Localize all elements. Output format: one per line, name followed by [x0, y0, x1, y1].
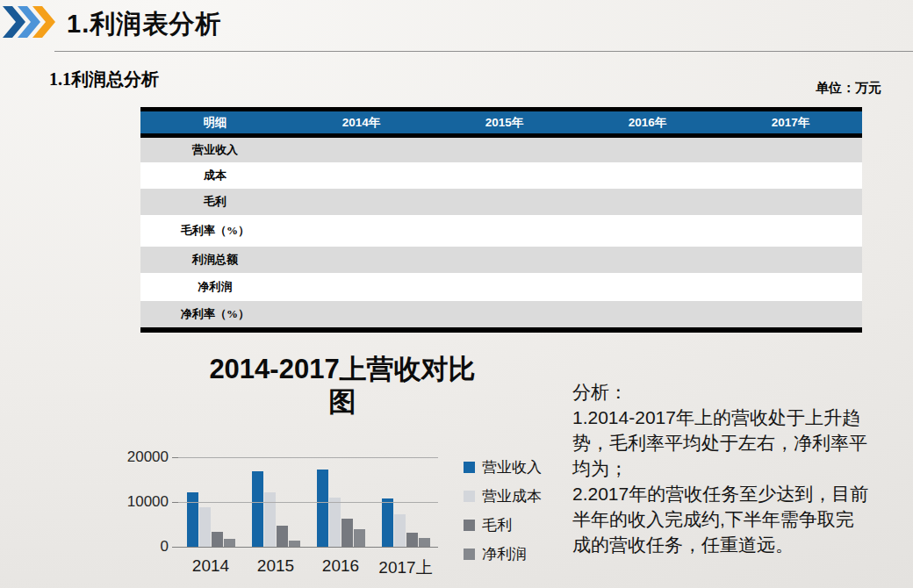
- table-row: 营业收入: [140, 138, 862, 162]
- analysis-text: 分析：1.2014-2017年上的营收处于上升趋势，毛利率平均处于左右，净利率平…: [572, 379, 871, 557]
- table-row-label: 净利润: [140, 279, 290, 295]
- x-tick-label: 2014: [178, 556, 243, 579]
- triple-chevron-icon: [3, 6, 57, 38]
- analysis-paragraph: 1.2014-2017年上的营收处于上升趋势，毛利率平均处于左右，净利率平均为；: [572, 405, 871, 481]
- table-header-cell: 2016年: [576, 115, 719, 131]
- table-header-cell: 明细: [140, 115, 290, 131]
- legend-swatch: [464, 491, 475, 502]
- gridline: [178, 457, 438, 458]
- chart-plot: [178, 457, 438, 547]
- y-tick-label: 20000: [127, 449, 169, 465]
- table-row: 毛利: [140, 189, 862, 215]
- analysis-paragraph: 分析：: [572, 379, 871, 405]
- bar-营业成本-2016: [329, 498, 341, 547]
- y-tick-label: 10000: [127, 494, 169, 510]
- chart-legend: 营业收入营业成本毛利净利润: [464, 459, 542, 575]
- bar-净利润-2015: [289, 541, 300, 547]
- bar-毛利-2015: [277, 526, 288, 547]
- table-header-cell: 2015年: [433, 115, 576, 131]
- analysis-paragraph: 2.2017年的营收任务至少达到，目前半年的收入完成约,下半年需争取完成的营收任…: [572, 481, 871, 557]
- bar-净利润-2017上: [419, 538, 430, 547]
- legend-item: 营业成本: [464, 488, 542, 504]
- table-header-row: 明细2014年2015年2016年2017年: [140, 111, 862, 133]
- section-subtitle: 1.1利润总分析: [49, 68, 159, 91]
- legend-swatch: [464, 520, 475, 531]
- table-row-label: 毛利率（%）: [140, 223, 290, 239]
- bar-营业收入-2014: [187, 492, 198, 547]
- bar-毛利-2016: [341, 519, 353, 547]
- x-tick-label: 2016: [308, 556, 373, 579]
- slide-title: 1.利润表分析: [67, 7, 221, 42]
- table-row: 成本: [140, 162, 862, 189]
- legend-item: 净利润: [464, 546, 542, 562]
- bar-净利润-2014: [224, 539, 235, 547]
- legend-label: 净利润: [482, 544, 527, 564]
- y-tick-label: 0: [161, 539, 169, 555]
- unit-label: 单位：万元: [816, 80, 881, 97]
- y-tick-mark: [172, 457, 178, 458]
- bar-营业收入-2015: [252, 471, 263, 547]
- table-row-label: 净利率（%）: [140, 306, 290, 322]
- table-header-cell: 2014年: [290, 115, 433, 131]
- table-row: 净利率（%）: [140, 301, 862, 327]
- table-row-label: 营业收入: [140, 142, 290, 158]
- legend-label: 营业成本: [482, 486, 542, 506]
- slide-background: 1.利润表分析 1.1利润总分析 单位：万元 明细2014年2015年2016年…: [0, 0, 913, 588]
- legend-item: 营业收入: [464, 459, 542, 475]
- legend-label: 营业收入: [482, 457, 542, 477]
- bar-营业收入-2016: [317, 470, 328, 547]
- gridline: [178, 502, 438, 503]
- x-tick-label: 2015: [243, 556, 308, 579]
- bar-毛利-2017上: [406, 533, 418, 547]
- chart-title: 2014-2017上营收对比 图: [171, 353, 514, 418]
- legend-swatch: [464, 549, 475, 560]
- bar-营业成本-2017上: [394, 514, 406, 547]
- table-header-cell: 2017年: [719, 115, 862, 131]
- bar-营业成本-2015: [264, 492, 276, 547]
- table-row-label: 毛利: [140, 194, 290, 210]
- table-row: 毛利率（%）: [140, 215, 862, 247]
- bar-营业成本-2014: [199, 507, 211, 547]
- legend-label: 毛利: [482, 515, 512, 535]
- table-row: 净利润: [140, 273, 862, 301]
- table-row: 利润总额: [140, 247, 862, 273]
- x-tick-label: 2017上: [373, 556, 438, 579]
- table-row-label: 成本: [140, 168, 290, 183]
- table-bottom-border: [140, 327, 862, 333]
- chart-x-axis: 2014201520162017上: [178, 556, 450, 579]
- chart-y-axis: 01000020000: [123, 457, 174, 547]
- table-row-label: 利润总额: [140, 252, 290, 268]
- legend-swatch: [464, 462, 475, 473]
- title-underline: [54, 51, 913, 52]
- y-tick-mark: [172, 502, 178, 503]
- table-body: 营业收入成本毛利毛利率（%）利润总额净利润净利率（%）: [140, 138, 862, 327]
- bar-毛利-2014: [212, 532, 223, 547]
- bar-净利润-2016: [354, 529, 365, 547]
- legend-item: 毛利: [464, 517, 542, 533]
- y-tick-mark: [172, 547, 178, 548]
- x-axis-line: [177, 547, 438, 548]
- bar-营业收入-2017上: [382, 498, 393, 547]
- profit-table: 明细2014年2015年2016年2017年 营业收入成本毛利毛利率（%）利润总…: [140, 107, 862, 333]
